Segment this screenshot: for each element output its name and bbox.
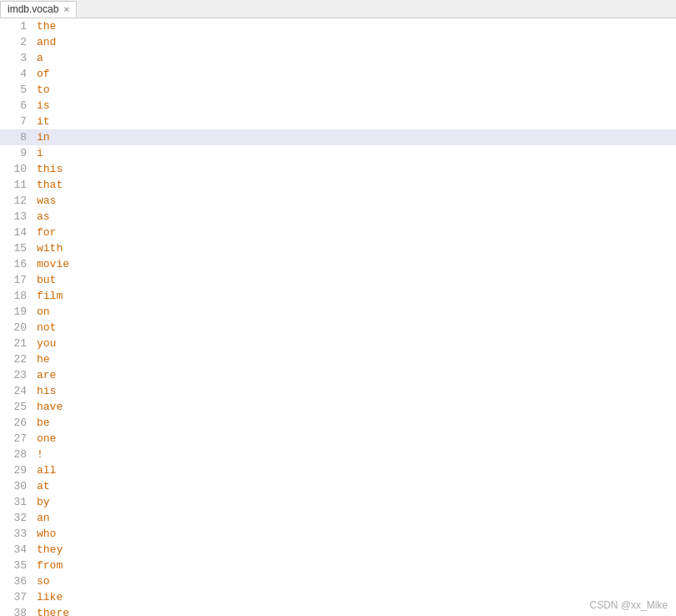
line-number: 29 (0, 464, 33, 477)
line-list: 1the2and3a4of5to6is7it8in9i10this11that1… (0, 18, 676, 616)
line-content: and (33, 36, 56, 48)
line-content: a (33, 52, 43, 64)
table-row: 12was (0, 193, 676, 209)
table-row: 8in (0, 129, 676, 145)
line-content: the (33, 20, 56, 33)
table-row: 22he (0, 351, 676, 367)
line-content: that (33, 179, 63, 191)
line-content: so (33, 575, 50, 588)
table-row: 37like (0, 589, 676, 605)
line-number: 37 (0, 591, 33, 603)
line-number: 30 (0, 480, 33, 492)
table-row: 30at (0, 478, 676, 494)
table-row: 25have (0, 399, 676, 415)
line-content: at (33, 480, 50, 492)
line-content: you (33, 337, 56, 350)
line-number: 31 (0, 496, 33, 508)
table-row: 2and (0, 34, 676, 50)
table-row: 19on (0, 304, 676, 320)
line-content: they (33, 543, 63, 556)
watermark: CSDN @xx_Mike (589, 599, 668, 611)
table-row: 32an (0, 510, 676, 526)
table-row: 4of (0, 66, 676, 82)
table-row: 10this (0, 161, 676, 177)
line-number: 13 (0, 210, 33, 223)
line-content: it (33, 115, 50, 128)
table-row: 33who (0, 526, 676, 542)
table-row: 7it (0, 114, 676, 129)
table-row: 23are (0, 367, 676, 383)
line-number: 6 (0, 99, 33, 112)
line-number: 21 (0, 337, 33, 350)
line-number: 10 (0, 163, 33, 175)
line-content: he (33, 353, 50, 366)
line-number: 19 (0, 305, 33, 318)
line-content: not (33, 321, 56, 334)
table-row: 36so (0, 573, 676, 589)
line-content: by (33, 496, 50, 508)
line-number: 28 (0, 448, 33, 461)
line-content: from (33, 559, 63, 572)
line-content: is (33, 99, 50, 112)
table-row: 13as (0, 209, 676, 225)
line-content: ! (33, 448, 43, 461)
table-row: 3a (0, 50, 676, 66)
line-number: 18 (0, 290, 33, 302)
line-content: on (33, 305, 50, 318)
line-content: of (33, 68, 50, 80)
line-content: to (33, 83, 50, 96)
table-row: 27one (0, 431, 676, 447)
table-row: 35from (0, 558, 676, 573)
table-row: 24his (0, 383, 676, 399)
tab-close-icon[interactable]: × (63, 4, 68, 14)
line-number: 23 (0, 369, 33, 381)
line-content: have (33, 401, 63, 413)
table-row: 31by (0, 494, 676, 510)
line-content: i (33, 147, 43, 159)
line-number: 15 (0, 242, 33, 255)
tab-label: imdb.vocab (8, 3, 58, 15)
line-number: 17 (0, 274, 33, 286)
line-content: was (33, 194, 56, 207)
table-row: 17but (0, 272, 676, 288)
line-content: his (33, 385, 56, 397)
line-content: for (33, 226, 56, 239)
line-content: but (33, 274, 56, 286)
line-number: 8 (0, 131, 33, 144)
line-number: 5 (0, 83, 33, 96)
table-row: 9i (0, 145, 676, 161)
table-row: 1the (0, 18, 676, 34)
line-content: one (33, 432, 56, 445)
tab-imdb-vocab[interactable]: imdb.vocab × (0, 1, 77, 18)
line-number: 14 (0, 226, 33, 239)
table-row: 29all (0, 462, 676, 478)
line-number: 32 (0, 512, 33, 524)
line-content: all (33, 464, 56, 477)
line-content: this (33, 163, 63, 175)
line-number: 35 (0, 559, 33, 572)
line-number: 33 (0, 528, 33, 540)
line-number: 7 (0, 115, 33, 128)
table-row: 14for (0, 225, 676, 240)
line-number: 36 (0, 575, 33, 588)
line-number: 16 (0, 258, 33, 270)
line-content: in (33, 131, 50, 144)
line-content: film (33, 290, 63, 302)
line-content: as (33, 210, 50, 223)
table-row: 21you (0, 336, 676, 351)
line-number: 22 (0, 353, 33, 366)
line-number: 26 (0, 417, 33, 429)
tab-bar: imdb.vocab × (0, 0, 676, 18)
table-row: 38there (0, 605, 676, 616)
line-number: 1 (0, 20, 33, 33)
table-row: 5to (0, 82, 676, 98)
line-number: 4 (0, 68, 33, 80)
table-row: 18film (0, 288, 676, 304)
line-number: 38 (0, 607, 33, 616)
line-number: 25 (0, 401, 33, 413)
line-number: 3 (0, 52, 33, 64)
table-row: 11that (0, 177, 676, 193)
table-row: 15with (0, 240, 676, 256)
line-content: like (33, 591, 63, 603)
table-row: 20not (0, 320, 676, 336)
